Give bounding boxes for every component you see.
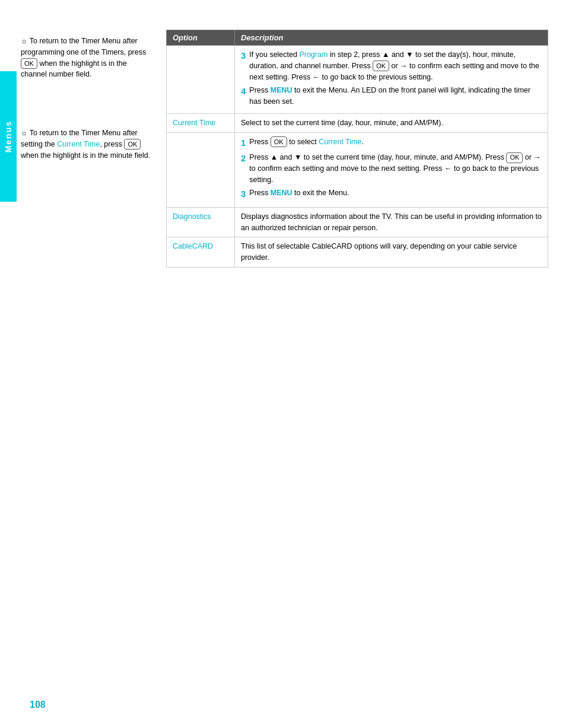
menu-text-3: MENU (271, 189, 292, 197)
step-4-program: 4 Press MENU to exit the Menu. An LED on… (241, 85, 542, 107)
ok-btn-note1: OK (21, 58, 37, 69)
step-1-current-time-text: Press OK to select Current Time. (249, 136, 542, 148)
note-2-text: To return to the Timer Menu after settin… (21, 129, 150, 160)
step-2-current-time: 2 Press ▲ and ▼ to set the current time … (241, 152, 542, 185)
step-3-program: 3 If you selected Program in step 2, pre… (241, 49, 542, 82)
note-1-icon: ☼ (21, 37, 30, 45)
step-3-current-time-text: Press MENU to exit the Menu. (249, 187, 542, 199)
ok-btn-step3a: OK (373, 61, 389, 71)
page-number: 108 (30, 700, 46, 710)
diagnostics-option-label: Diagnostics (173, 212, 211, 221)
row-cablecard: CableCARD This list of selectable CableC… (167, 237, 548, 268)
step-2-current-time-text: Press ▲ and ▼ to set the current time (d… (249, 152, 542, 185)
option-cell-empty-1 (167, 46, 235, 114)
ok-btn-step2: OK (506, 152, 523, 163)
sidebar-label: Menus (4, 120, 13, 152)
program-link: Program (299, 50, 327, 59)
option-cell-diagnostics: Diagnostics (167, 207, 235, 237)
current-time-option-label: Current Time (173, 119, 215, 127)
note-2-icon: ☼ (21, 129, 30, 137)
step-4-program-text: Press MENU to exit the Menu. An LED on t… (249, 85, 542, 107)
note-2: ☼ To return to the Timer Menu after sett… (21, 128, 151, 161)
step-3-current-time: 3 Press MENU to exit the Menu. (241, 187, 542, 201)
desc-cell-program-steps: 3 If you selected Program in step 2, pre… (235, 46, 548, 114)
note-1: ☼ To return to the Timer Menu after prog… (21, 36, 151, 80)
row-program-steps: 3 If you selected Program in step 2, pre… (167, 46, 548, 114)
desc-cell-cablecard: This list of selectable CableCARD option… (235, 237, 548, 268)
row-diagnostics: Diagnostics Displays diagnostics informa… (167, 207, 548, 237)
ok-btn-step1: OK (271, 136, 287, 147)
main-content: Option Description 3 If you selected Pro… (166, 30, 548, 268)
note-2-current-time: Current Time (57, 140, 100, 148)
step-num-3a: 3 (241, 49, 246, 63)
step-3-program-text: If you selected Program in step 2, press… (249, 49, 542, 82)
left-sidebar: ☼ To return to the Timer Menu after prog… (21, 36, 151, 179)
step-num-4: 4 (241, 85, 246, 98)
desc-cell-diagnostics: Displays diagnostics information about t… (235, 207, 548, 237)
current-time-link-1: Current Time (319, 138, 361, 146)
ok-btn-note2: OK (124, 139, 141, 150)
cablecard-option-label: CableCARD (173, 242, 213, 250)
col-header-option: Option (167, 30, 235, 46)
option-cell-empty-2 (167, 132, 235, 207)
sidebar-tab: Menus (0, 71, 17, 202)
row-current-time-steps: 1 Press OK to select Current Time. 2 Pre… (167, 132, 548, 207)
option-cell-cablecard: CableCARD (167, 237, 235, 268)
step-num-2: 2 (241, 152, 246, 166)
doc-table: Option Description 3 If you selected Pro… (166, 30, 548, 268)
step-num-1: 1 (241, 136, 246, 150)
col-header-description: Description (235, 30, 548, 46)
option-cell-current-time: Current Time (167, 113, 235, 132)
step-num-3b: 3 (241, 187, 246, 201)
desc-cell-current-time-steps: 1 Press OK to select Current Time. 2 Pre… (235, 132, 548, 207)
desc-cell-current-time: Select to set the current time (day, hou… (235, 113, 548, 132)
menu-text-4: MENU (271, 86, 292, 94)
step-1-current-time: 1 Press OK to select Current Time. (241, 136, 542, 150)
row-current-time-label: Current Time Select to set the current t… (167, 113, 548, 132)
note-1-text: To return to the Timer Menu after progra… (21, 37, 146, 78)
